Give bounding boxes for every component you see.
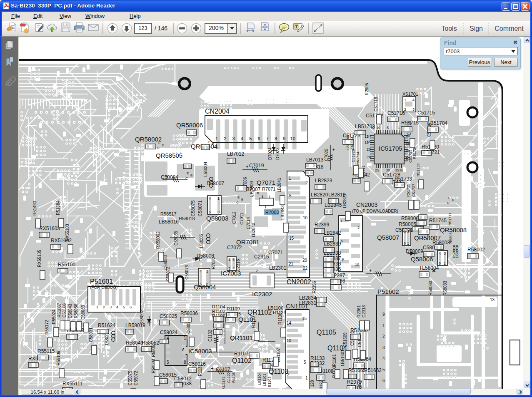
svg-text:TL58004: TL58004 [419,265,439,271]
svg-text:25: 25 [375,168,379,172]
svg-text:5: 5 [341,239,343,243]
svg-text:C58085: C58085 [174,231,178,246]
svg-text:+: + [369,268,372,273]
svg-text:QR1101: QR1101 [230,334,253,341]
svg-text:R58052: R58052 [142,340,159,346]
svg-text:LB58016: LB58016 [159,219,179,225]
svg-text:1: 1 [305,376,308,380]
svg-text:C51609: C51609 [343,332,347,347]
svg-text:45: 45 [406,141,410,146]
svg-text:1: 1 [444,261,446,265]
svg-text:22: 22 [303,266,308,270]
svg-text:2: 2 [224,136,226,141]
svg-text:6: 6 [382,378,385,383]
svg-text:C51716: C51716 [387,110,405,116]
svg-text:Tools: Tools [441,25,457,32]
svg-text:C58075: C58075 [190,200,195,216]
svg-text:QR58006: QR58006 [176,122,203,129]
svg-text:E: E [237,196,240,199]
svg-text:C: C [185,176,188,180]
svg-text:R51384: R51384 [56,201,60,215]
svg-text:3: 3 [412,107,415,112]
svg-text:C51718: C51718 [374,97,378,112]
svg-text:C7072: C7072 [227,245,242,251]
svg-text:R51735: R51735 [406,184,410,197]
svg-text:LB2823: LB2823 [315,178,332,184]
svg-text:E: E [187,171,189,175]
svg-text:R58049: R58049 [126,340,143,346]
svg-text:B1103: B1103 [267,377,272,387]
svg-text:LB2301: LB2301 [269,265,287,271]
svg-text:LB7012: LB7012 [227,151,245,157]
svg-text:RX58002: RX58002 [156,231,160,249]
svg-text:R7003: R7003 [265,210,279,215]
svg-text:LB7009: LB7009 [249,181,254,197]
svg-text:B: B [241,198,243,201]
svg-text:LB1101: LB1101 [262,374,267,386]
svg-text:R55024: R55024 [52,310,56,324]
svg-text:Sign: Sign [470,25,483,32]
svg-text:R51714: R51714 [356,151,360,165]
svg-text:C1102: C1102 [208,330,212,342]
svg-text:C58025: C58025 [160,313,177,319]
svg-text:Q58003: Q58003 [206,215,228,222]
svg-text:C51715: C51715 [417,110,435,116]
svg-text:123: 123 [138,25,147,31]
svg-text:+: + [331,148,336,151]
svg-text:IC2302: IC2302 [252,290,272,298]
svg-text:5: 5 [167,360,169,365]
svg-text:C55072: C55072 [134,371,138,385]
svg-text:C2316: C2316 [236,259,240,271]
svg-text:C: C [157,146,160,150]
svg-text:E: E [448,196,450,200]
svg-text:C7011: C7011 [240,213,244,225]
svg-text:2: 2 [103,305,105,309]
svg-text:R58033: R58033 [443,281,447,295]
svg-text:LB2842: LB2842 [324,230,341,236]
svg-text:5: 5 [232,258,235,262]
svg-text:R51067: R51067 [57,303,62,318]
svg-text:D58009: D58009 [406,248,423,254]
svg-text:Q1105: Q1105 [317,329,336,336]
svg-text:C58084: C58084 [161,174,178,180]
svg-text:1: 1 [206,269,208,273]
svg-text:4: 4 [209,196,211,201]
svg-text:P51601: P51601 [90,278,113,285]
svg-text:2: 2 [256,269,258,273]
svg-text:C: C [447,201,450,205]
svg-text:C1131: C1131 [222,376,226,387]
svg-text:2: 2 [305,181,308,185]
svg-text:LB7013: LB7013 [306,157,324,163]
svg-text:5: 5 [249,136,252,141]
svg-text:R51745: R51745 [429,218,447,223]
svg-text:5: 5 [387,126,389,130]
svg-text:R2905: R2905 [365,83,369,95]
svg-text:C58016: C58016 [188,361,206,367]
svg-text:LB2840: LB2840 [251,223,256,237]
svg-text:R2361: R2361 [357,305,361,318]
svg-text:R55100: R55100 [58,262,75,268]
svg-text:LB51601: LB51601 [340,350,345,366]
svg-text:LB51703: LB51703 [355,124,375,129]
svg-text:CN2002: CN2002 [287,278,311,285]
svg-text:3: 3 [382,345,385,350]
svg-text:6: 6 [130,305,132,309]
svg-text:21: 21 [289,262,294,266]
svg-text:D58010: D58010 [455,245,459,258]
svg-text:9: 9 [283,136,285,141]
svg-text:C51727: C51727 [412,184,416,197]
svg-text:L58004: L58004 [203,161,208,177]
svg-text:RX51603: RX51603 [39,226,60,231]
svg-text:RX55105: RX55105 [37,250,42,267]
svg-text:7: 7 [266,136,269,141]
svg-text:D7023: D7023 [275,147,280,160]
svg-text:C51654: C51654 [357,378,362,389]
svg-text:C58033: C58033 [81,305,85,320]
svg-text:QR58002: QR58002 [135,136,162,143]
svg-text:5: 5 [289,194,292,198]
svg-text:D7024: D7024 [268,147,272,160]
svg-text:1: 1 [407,241,409,246]
svg-text:C58024: C58024 [160,330,177,335]
svg-text:1: 1 [404,98,406,102]
svg-text:L58005: L58005 [199,234,204,248]
